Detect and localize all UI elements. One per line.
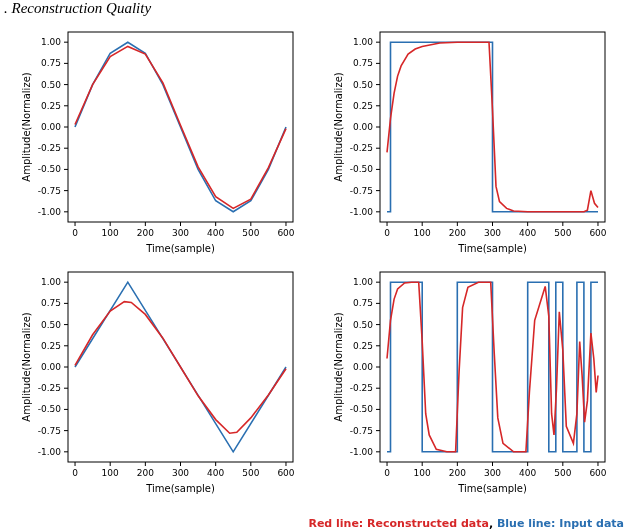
- svg-text:-0.75: -0.75: [38, 186, 61, 196]
- legend-reconstructed: Red line: Reconstructed data: [308, 517, 489, 530]
- svg-text:-0.75: -0.75: [350, 426, 373, 436]
- svg-text:600: 600: [589, 468, 606, 478]
- svg-text:100: 100: [414, 468, 431, 478]
- svg-text:-1.00: -1.00: [38, 447, 62, 457]
- svg-text:-0.50: -0.50: [38, 164, 62, 174]
- y-ticks: -1.00-0.75-0.50-0.250.000.250.500.751.00: [350, 37, 380, 217]
- svg-text:300: 300: [484, 228, 501, 238]
- svg-text:600: 600: [277, 228, 294, 238]
- svg-text:0.25: 0.25: [353, 101, 373, 111]
- svg-text:-0.25: -0.25: [38, 383, 61, 393]
- chart-bottom-left: 0100200300400500600-1.00-0.75-0.50-0.250…: [16, 262, 301, 502]
- svg-text:0: 0: [72, 228, 78, 238]
- y-axis-label: Amplitude(Normalize): [21, 72, 32, 182]
- svg-text:400: 400: [207, 228, 224, 238]
- svg-text:200: 200: [449, 228, 466, 238]
- series-reconstructed-line: [75, 302, 286, 434]
- svg-text:0.50: 0.50: [353, 80, 373, 90]
- svg-text:500: 500: [242, 228, 259, 238]
- svg-text:-0.50: -0.50: [350, 404, 374, 414]
- svg-text:200: 200: [137, 228, 154, 238]
- svg-text:-0.75: -0.75: [38, 426, 61, 436]
- svg-text:0.00: 0.00: [41, 122, 61, 132]
- x-axis-label: Time(sample): [145, 483, 215, 494]
- svg-text:0.75: 0.75: [41, 298, 61, 308]
- y-axis-label: Amplitude(Normalize): [21, 312, 32, 422]
- svg-text:1.00: 1.00: [353, 37, 373, 47]
- svg-text:0.50: 0.50: [41, 320, 61, 330]
- svg-text:0: 0: [72, 468, 78, 478]
- svg-text:0.75: 0.75: [353, 298, 373, 308]
- x-ticks: 0100200300400500600: [72, 222, 295, 238]
- svg-text:-0.25: -0.25: [350, 143, 373, 153]
- svg-text:100: 100: [102, 468, 119, 478]
- svg-text:0.25: 0.25: [353, 341, 373, 351]
- svg-text:100: 100: [102, 228, 119, 238]
- svg-text:0.50: 0.50: [41, 80, 61, 90]
- svg-text:0.25: 0.25: [41, 101, 61, 111]
- y-ticks: -1.00-0.75-0.50-0.250.000.250.500.751.00: [38, 37, 68, 217]
- svg-text:300: 300: [172, 228, 189, 238]
- svg-text:500: 500: [554, 468, 571, 478]
- svg-text:400: 400: [207, 468, 224, 478]
- svg-text:-0.25: -0.25: [38, 143, 61, 153]
- chart-bottom-right: 0100200300400500600-1.00-0.75-0.50-0.250…: [328, 262, 613, 502]
- svg-text:-0.50: -0.50: [350, 164, 374, 174]
- svg-text:0.75: 0.75: [353, 58, 373, 68]
- legend-input: Blue line: Input data: [497, 517, 624, 530]
- x-axis-label: Time(sample): [457, 483, 527, 494]
- svg-text:600: 600: [589, 228, 606, 238]
- svg-text:100: 100: [414, 228, 431, 238]
- svg-text:1.00: 1.00: [353, 277, 373, 287]
- chart-top-left: 0100200300400500600-1.00-0.75-0.50-0.250…: [16, 22, 301, 262]
- x-ticks: 0100200300400500600: [72, 462, 295, 478]
- svg-text:500: 500: [554, 228, 571, 238]
- y-ticks: -1.00-0.75-0.50-0.250.000.250.500.751.00: [38, 277, 68, 457]
- svg-text:1.00: 1.00: [41, 37, 61, 47]
- svg-text:0.75: 0.75: [41, 58, 61, 68]
- svg-text:0.50: 0.50: [353, 320, 373, 330]
- svg-text:200: 200: [137, 468, 154, 478]
- svg-text:300: 300: [484, 468, 501, 478]
- svg-text:0: 0: [384, 468, 390, 478]
- y-axis-label: Amplitude(Normalize): [333, 72, 344, 182]
- svg-text:0.00: 0.00: [41, 362, 61, 372]
- y-axis-label: Amplitude(Normalize): [333, 312, 344, 422]
- svg-text:-1.00: -1.00: [38, 207, 62, 217]
- page-heading: . Reconstruction Quality: [4, 0, 151, 17]
- svg-text:-0.75: -0.75: [350, 186, 373, 196]
- svg-text:400: 400: [519, 228, 536, 238]
- svg-text:500: 500: [242, 468, 259, 478]
- svg-text:0.00: 0.00: [353, 362, 373, 372]
- svg-text:-0.25: -0.25: [350, 383, 373, 393]
- svg-text:0: 0: [384, 228, 390, 238]
- x-ticks: 0100200300400500600: [384, 462, 607, 478]
- x-axis-label: Time(sample): [457, 243, 527, 254]
- svg-text:600: 600: [277, 468, 294, 478]
- y-ticks: -1.00-0.75-0.50-0.250.000.250.500.751.00: [350, 277, 380, 457]
- svg-text:0.00: 0.00: [353, 122, 373, 132]
- x-ticks: 0100200300400500600: [384, 222, 607, 238]
- svg-text:200: 200: [449, 468, 466, 478]
- svg-text:0.25: 0.25: [41, 341, 61, 351]
- svg-text:-1.00: -1.00: [350, 207, 374, 217]
- chart-top-right: 0100200300400500600-1.00-0.75-0.50-0.250…: [328, 22, 613, 262]
- legend: Red line: Reconstructed data, Blue line:…: [308, 517, 624, 530]
- svg-text:300: 300: [172, 468, 189, 478]
- svg-text:400: 400: [519, 468, 536, 478]
- svg-text:1.00: 1.00: [41, 277, 61, 287]
- svg-text:-0.50: -0.50: [38, 404, 62, 414]
- svg-text:-1.00: -1.00: [350, 447, 374, 457]
- x-axis-label: Time(sample): [145, 243, 215, 254]
